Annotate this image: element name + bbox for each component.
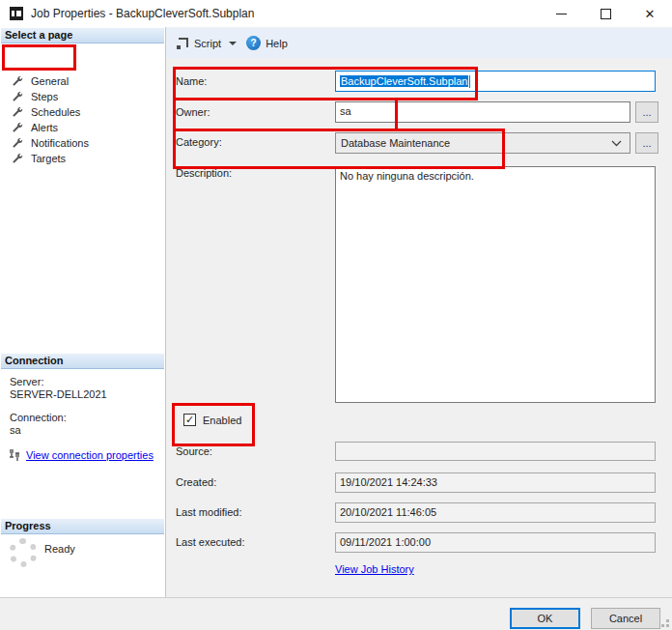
name-value-selected: BackupCleverSoft.Subplan xyxy=(340,75,468,87)
name-input[interactable]: BackupCleverSoft.Subplan xyxy=(335,71,656,92)
server-label: Server: xyxy=(10,376,43,387)
last-modified-label: Last modified: xyxy=(176,506,241,518)
check-icon: ✓ xyxy=(185,415,194,425)
connection-value: sa xyxy=(10,424,21,436)
last-executed-value: 09/11/2021 1:00:00 xyxy=(340,536,431,548)
maximize-icon xyxy=(601,9,611,19)
sidebar-item-steps[interactable]: Steps xyxy=(12,89,58,104)
resize-grip[interactable] xyxy=(661,619,669,627)
script-label: Script xyxy=(194,38,221,49)
button-bar: OK Cancel xyxy=(0,597,672,630)
close-icon: ✕ xyxy=(645,7,656,21)
connection-properties-icon xyxy=(8,448,21,462)
connection-label: Connection: xyxy=(10,412,67,423)
sidebar-item-label: Schedules xyxy=(31,106,80,118)
sidebar-item-label: Notifications xyxy=(31,137,89,149)
toolbar: Script ? Help xyxy=(166,28,672,58)
last-executed-label: Last executed: xyxy=(176,536,245,548)
cancel-button[interactable]: Cancel xyxy=(591,608,660,629)
enabled-label: Enabled xyxy=(203,415,241,426)
source-field xyxy=(335,442,656,461)
title-bar: Job Properties - BackupCleverSoft.Subpla… xyxy=(0,0,672,28)
wrench-icon xyxy=(12,91,23,102)
sidebar-item-schedules[interactable]: Schedules xyxy=(12,104,80,120)
sidebar: Select a page General Steps Schedules Al… xyxy=(0,27,166,597)
progress-status: Ready xyxy=(44,543,75,555)
window-title: Job Properties - BackupCleverSoft.Subpla… xyxy=(31,7,254,20)
enabled-checkbox[interactable]: ✓ xyxy=(183,414,196,426)
owner-browse-button[interactable]: ... xyxy=(635,101,658,123)
connection-header: Connection xyxy=(1,354,164,369)
minimize-button[interactable] xyxy=(539,0,583,27)
owner-label: Owner: xyxy=(176,106,210,118)
created-field: 19/10/2021 14:24:33 xyxy=(335,472,656,493)
job-properties-dialog: Job Properties - BackupCleverSoft.Subpla… xyxy=(0,0,672,630)
created-value: 19/10/2021 14:24:33 xyxy=(340,476,437,488)
sidebar-item-alerts[interactable]: Alerts xyxy=(12,120,58,135)
select-a-page-header: Select a page xyxy=(1,28,164,43)
help-label: Help xyxy=(266,38,288,49)
description-label: Description: xyxy=(176,167,232,179)
category-value: Database Maintenance xyxy=(341,137,450,149)
sidebar-item-label: Steps xyxy=(31,91,58,102)
ellipsis-icon: ... xyxy=(642,106,651,118)
view-connection-properties-link[interactable]: View connection properties xyxy=(26,449,154,461)
owner-value: sa xyxy=(340,105,351,117)
script-icon xyxy=(176,37,189,50)
created-label: Created: xyxy=(176,476,216,488)
text-caret xyxy=(469,75,470,88)
wrench-icon xyxy=(12,137,23,149)
description-textarea[interactable]: No hay ninguna descripción. xyxy=(335,166,656,403)
maximize-button[interactable] xyxy=(583,0,628,27)
script-dropdown-icon[interactable] xyxy=(229,42,237,45)
server-value: SERVER-DELL2021 xyxy=(10,388,107,400)
help-button[interactable]: ? Help xyxy=(242,33,292,53)
wrench-icon xyxy=(12,122,23,133)
view-job-history-link[interactable]: View Job History xyxy=(335,563,414,575)
progress-header: Progress xyxy=(1,519,164,534)
last-modified-field: 20/10/2021 11:46:05 xyxy=(335,502,656,523)
sidebar-item-label: Alerts xyxy=(31,122,58,133)
close-button[interactable]: ✕ xyxy=(628,0,672,27)
category-browse-button[interactable]: ... xyxy=(635,132,658,154)
wrench-icon xyxy=(12,153,23,164)
sidebar-item-targets[interactable]: Targets xyxy=(12,151,66,166)
progress-spinner-icon xyxy=(9,538,38,567)
ok-button[interactable]: OK xyxy=(510,608,580,629)
ellipsis-icon: ... xyxy=(642,137,651,149)
last-modified-value: 20/10/2021 11:46:05 xyxy=(340,506,436,518)
help-icon: ? xyxy=(246,36,261,50)
sidebar-item-general[interactable]: General xyxy=(12,73,69,89)
wrench-icon xyxy=(12,106,23,118)
dialog-icon xyxy=(10,7,23,20)
script-button[interactable]: Script xyxy=(172,34,225,53)
minimize-icon xyxy=(556,14,567,14)
category-label: Category: xyxy=(176,136,222,148)
wrench-icon xyxy=(12,75,23,87)
description-value: No hay ninguna descripción. xyxy=(340,170,474,182)
chevron-down-icon xyxy=(611,140,622,147)
category-select[interactable]: Database Maintenance xyxy=(335,132,630,154)
sidebar-item-notifications[interactable]: Notifications xyxy=(12,135,89,151)
last-executed-field: 09/11/2021 1:00:00 xyxy=(335,532,656,553)
sidebar-item-label: General xyxy=(31,75,69,87)
owner-input[interactable]: sa xyxy=(335,101,630,123)
name-label: Name: xyxy=(176,75,207,87)
source-label: Source: xyxy=(176,445,212,457)
sidebar-item-label: Targets xyxy=(31,153,66,164)
